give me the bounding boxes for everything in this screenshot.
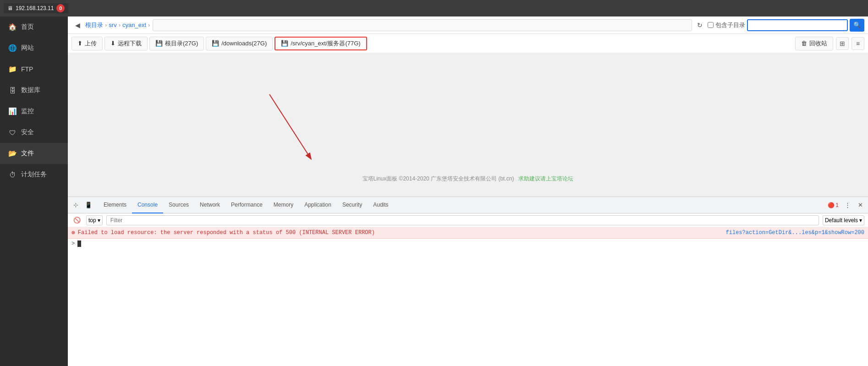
include-subdir-checkbox[interactable]: [708, 22, 714, 28]
database-icon: 🗄: [8, 87, 16, 94]
sidebar-item-security[interactable]: 🛡 安全: [0, 122, 68, 143]
upload-label: 上传: [85, 39, 97, 48]
devtools-more-button[interactable]: ⋮: [841, 199, 853, 211]
ip-address: 192.168.123.11: [16, 5, 54, 11]
top-context-select[interactable]: top ▾: [86, 215, 103, 225]
root-dir-tab[interactable]: 💾 根目录(27G): [149, 37, 204, 50]
console-cursor: [77, 240, 81, 247]
upload-button[interactable]: ⬆ 上传: [71, 37, 103, 50]
website-icon: 🌐: [8, 44, 16, 52]
tab-console[interactable]: Console: [132, 197, 163, 213]
hdd-icon-downloads: 💾: [212, 40, 219, 47]
tab-security[interactable]: Security: [337, 197, 368, 213]
tab-performance[interactable]: Performance: [225, 197, 268, 213]
tab-elements[interactable]: Elements: [98, 197, 132, 213]
tab-audits[interactable]: Audits: [368, 197, 394, 213]
recycle-icon: 🗑: [801, 40, 807, 47]
tab-network[interactable]: Network: [194, 197, 225, 213]
console-toolbar: 🚫 top ▾ Default levels ▾: [68, 213, 868, 227]
browser-top-bar: 🖥 192.168.123.11 0: [0, 0, 868, 16]
back-button[interactable]: ◀: [71, 19, 83, 31]
tab-sources[interactable]: Sources: [163, 197, 194, 213]
error-message: Failed to load resource: the server resp…: [78, 229, 726, 236]
downloads-tab[interactable]: 💾 /downloads(27G): [206, 37, 273, 50]
remote-download-icon: ⬇: [110, 40, 115, 47]
ip-badge: 🖥 192.168.123.11 0: [4, 3, 68, 13]
devtools-close-button[interactable]: ✕: [854, 199, 866, 211]
list-view-icon: ≡: [856, 40, 860, 47]
files-icon: 📂: [8, 149, 16, 158]
current-dir-tab[interactable]: 💾 /srv/cyan_ext/服务器(77G): [275, 37, 367, 50]
breadcrumb: 根目录 › srv › cyan_ext ›: [85, 21, 151, 29]
sidebar-item-files[interactable]: 📂 文件: [0, 143, 68, 164]
sidebar-label-monitor: 监控: [21, 107, 34, 115]
sidebar-label-cron: 计划任务: [21, 170, 47, 179]
recycle-label: 回收站: [809, 39, 827, 48]
error-source-link[interactable]: files?action=GetDir&...les&p=1&showRow=2…: [726, 229, 864, 236]
search-button[interactable]: 🔍: [850, 19, 864, 32]
tab-application[interactable]: Application: [299, 197, 337, 213]
close-icon: ✕: [858, 202, 863, 208]
sidebar-item-ftp[interactable]: 📁 FTP: [0, 59, 68, 80]
cron-icon: ⏱: [8, 171, 16, 179]
device-toggle-button[interactable]: 📱: [82, 199, 94, 211]
tab-network-label: Network: [200, 202, 220, 208]
address-bar-row: ◀ 根目录 › srv › cyan_ext › ↻ 包含子目录 🔍: [68, 16, 868, 34]
top-context-value: top: [88, 217, 96, 224]
error-circle-icon: 🔴: [828, 202, 835, 208]
devtools-right-icons: 🔴 1 ⋮ ✕: [826, 199, 866, 211]
breadcrumb-sep-1: ›: [105, 22, 107, 28]
include-subdir-checkbox-area: 包含子目录: [708, 21, 745, 29]
cursor-icon: ⊹: [73, 202, 78, 208]
tab-performance-label: Performance: [231, 202, 263, 208]
devtools-panel: ⊹ 📱 Elements Console Sources Network: [68, 197, 868, 366]
console-prompt: >: [71, 240, 75, 247]
console-clear-button[interactable]: 🚫: [71, 215, 82, 226]
sidebar-item-website[interactable]: 🌐 网站: [0, 38, 68, 59]
search-icon: 🔍: [853, 22, 861, 28]
grid-view-button[interactable]: ⊞: [836, 37, 849, 50]
list-view-button[interactable]: ≡: [852, 37, 864, 50]
ftp-icon: 📁: [8, 65, 16, 73]
default-levels-select[interactable]: Default levels ▾: [823, 215, 864, 225]
sidebar-item-home[interactable]: 🏠 首页: [0, 16, 68, 38]
sidebar-label-website: 网站: [21, 44, 34, 52]
refresh-button[interactable]: ↻: [694, 19, 706, 31]
recycle-button[interactable]: 🗑 回收站: [795, 37, 833, 50]
toolbar-row: ⬆ 上传 ⬇ 远程下载 💾 根目录(27G) 💾 /downloads(27G)…: [68, 34, 868, 53]
sidebar-label-files: 文件: [21, 149, 34, 158]
breadcrumb-root[interactable]: 根目录: [85, 21, 103, 29]
help-link[interactable]: 求助建议请上宝塔论坛: [518, 175, 573, 182]
console-output: ⊗ Failed to load resource: the server re…: [68, 227, 868, 366]
root-dir-label: 根目录(27G): [165, 39, 198, 48]
sidebar-item-cron[interactable]: ⏱ 计划任务: [0, 164, 68, 185]
toolbar-right: 🗑 回收站 ⊞ ≡: [795, 37, 864, 50]
remote-download-button[interactable]: ⬇ 远程下载: [104, 37, 148, 50]
sidebar-label-security: 安全: [21, 128, 34, 137]
breadcrumb-srv[interactable]: srv: [109, 22, 116, 28]
address-input[interactable]: [153, 19, 692, 31]
sidebar: 🏠 首页 🌐 网站 📁 FTP 🗄 数据库 📊 监控 🛡 安全 📂 文件 ⏱: [0, 16, 68, 366]
hdd-icon-current: 💾: [281, 40, 288, 47]
error-icon: ⊗: [71, 229, 75, 236]
search-input[interactable]: [747, 19, 848, 31]
error-badge: 🔴 1: [826, 201, 841, 209]
tab-memory[interactable]: Memory: [268, 197, 299, 213]
tab-application-label: Application: [304, 202, 331, 208]
downloads-label: /downloads(27G): [221, 40, 267, 47]
monitor-sidebar-icon: 📊: [8, 107, 16, 115]
home-icon: 🏠: [8, 23, 16, 31]
inspect-element-button[interactable]: ⊹: [70, 199, 82, 211]
sidebar-item-monitor[interactable]: 📊 监控: [0, 101, 68, 122]
monitor-icon: 🖥: [7, 5, 13, 11]
sidebar-item-database[interactable]: 🗄 数据库: [0, 80, 68, 101]
console-error-row: ⊗ Failed to load resource: the server re…: [68, 227, 868, 239]
tab-elements-label: Elements: [104, 202, 126, 208]
svg-line-1: [269, 94, 311, 158]
file-content: 宝塔Linux面板 ©2014-2020 广东堡塔安全技术有限公司 (bt.cn…: [68, 53, 868, 197]
copyright-text: 宝塔Linux面板 ©2014-2020 广东堡塔安全技术有限公司 (bt.cn…: [363, 175, 514, 182]
tab-sources-label: Sources: [169, 202, 189, 208]
filter-input[interactable]: [106, 215, 819, 225]
breadcrumb-cyan-ext[interactable]: cyan_ext: [122, 22, 146, 28]
grid-view-icon: ⊞: [840, 40, 845, 47]
